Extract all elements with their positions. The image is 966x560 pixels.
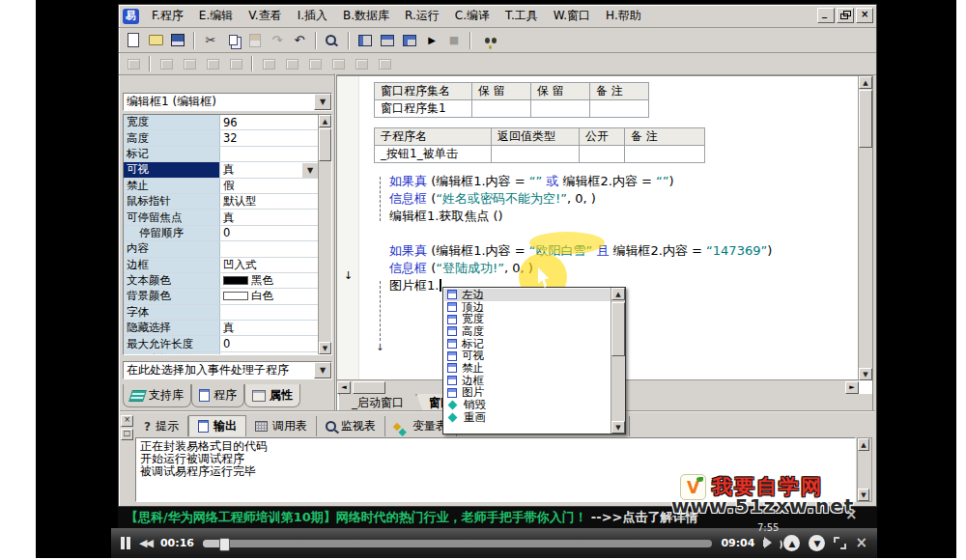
scroll-up-icon[interactable]: ▲ bbox=[858, 438, 869, 451]
layout-left-button[interactable] bbox=[355, 31, 376, 50]
property-row[interactable]: 可视真▼ bbox=[124, 162, 319, 178]
property-row[interactable]: 是否允许多行假 bbox=[124, 352, 319, 355]
scroll-up-icon[interactable]: ▲ bbox=[611, 288, 625, 300]
property-row[interactable]: 鼠标指针默认型 bbox=[124, 194, 319, 210]
table-cell[interactable] bbox=[625, 146, 705, 163]
rewind-button[interactable]: ◀◀ bbox=[139, 537, 152, 549]
scroll-down-icon[interactable]: ▼ bbox=[319, 342, 331, 354]
menu-item[interactable]: I.插入 bbox=[290, 6, 335, 26]
close-button[interactable] bbox=[856, 8, 873, 23]
space-vertical-button[interactable] bbox=[374, 55, 395, 72]
code-line[interactable]: 编辑框1.获取焦点 () bbox=[374, 208, 858, 225]
save-button[interactable] bbox=[167, 31, 188, 50]
close-player-icon[interactable]: × bbox=[855, 536, 867, 550]
event-selector[interactable]: 在此处选择加入事件处理子程序 ▼ bbox=[123, 361, 332, 379]
code-line[interactable]: 如果真 (编辑框1.内容 = “欧阳白雪” 且 编辑框2.内容 = “14736… bbox=[374, 242, 858, 260]
debug-find-button[interactable] bbox=[476, 31, 497, 50]
property-row[interactable]: 最大允许长度0 bbox=[124, 336, 319, 351]
dropdown-scrollbar[interactable]: ▲ ▼ bbox=[611, 288, 625, 434]
menu-item[interactable]: F.程序 bbox=[144, 6, 191, 26]
progress-bar[interactable] bbox=[203, 540, 712, 547]
undo-button[interactable] bbox=[289, 31, 310, 50]
same-height-button[interactable] bbox=[327, 55, 349, 72]
fullscreen-icon[interactable] bbox=[834, 537, 846, 549]
chevron-down-icon[interactable]: ▼ bbox=[314, 362, 331, 378]
table-header-cell[interactable]: 保 留 bbox=[472, 83, 531, 100]
table-header-cell[interactable]: 备 注 bbox=[625, 128, 705, 146]
table-cell[interactable] bbox=[580, 146, 625, 163]
property-row[interactable]: 背景颜色白色 bbox=[124, 289, 319, 304]
table-cell[interactable]: 窗口程序集1 bbox=[375, 100, 472, 118]
output-tab[interactable]: 监视表 bbox=[317, 416, 385, 436]
property-row[interactable]: 停留顺序0 bbox=[124, 226, 319, 241]
property-row[interactable]: 可停留焦点真 bbox=[124, 210, 319, 225]
property-row[interactable]: 边框凹入式 bbox=[124, 258, 319, 273]
table-header-cell[interactable]: 备 注 bbox=[590, 83, 649, 100]
same-width-button[interactable] bbox=[304, 55, 326, 72]
find-button[interactable] bbox=[322, 31, 343, 50]
align-bottom-button[interactable] bbox=[225, 55, 246, 72]
center-vertical-button[interactable] bbox=[281, 55, 302, 72]
menu-item[interactable]: C.编译 bbox=[447, 6, 497, 26]
open-file-button[interactable] bbox=[145, 31, 166, 50]
restore-button[interactable] bbox=[837, 8, 854, 23]
property-row[interactable]: 文本颜色黑色 bbox=[124, 273, 319, 289]
scrollbar-thumb[interactable] bbox=[319, 128, 331, 161]
site-url-text[interactable]: www.51zxw.net bbox=[671, 494, 854, 518]
copy-button[interactable] bbox=[222, 31, 243, 50]
menu-item[interactable]: W.窗口 bbox=[546, 6, 598, 26]
panel-tab-attr[interactable]: 属性 bbox=[244, 384, 300, 407]
object-selector[interactable]: 编辑框1 (编辑框) ▼ bbox=[123, 93, 332, 111]
scroll-up-icon[interactable]: ▲ bbox=[859, 76, 872, 89]
align-top-button[interactable] bbox=[202, 55, 223, 72]
table-header-cell[interactable]: 窗口程序集名 bbox=[375, 83, 472, 100]
shape-tool-button[interactable] bbox=[123, 55, 144, 72]
ad-close-icon[interactable]: × bbox=[845, 506, 858, 523]
volume-up-button[interactable]: ▲ bbox=[783, 535, 800, 551]
chevron-down-icon[interactable]: ▼ bbox=[301, 162, 319, 177]
output-scrollbar[interactable]: ▲ ▼ bbox=[857, 437, 872, 502]
align-left-button[interactable] bbox=[156, 55, 177, 72]
table-cell[interactable] bbox=[590, 100, 649, 118]
property-row[interactable]: 字体 bbox=[124, 305, 319, 321]
menu-item[interactable]: T.工具 bbox=[497, 6, 546, 26]
output-tab[interactable]: 提示 bbox=[135, 416, 188, 436]
scroll-left-icon[interactable]: ◄ bbox=[337, 381, 351, 394]
redo-button[interactable] bbox=[267, 31, 288, 50]
scroll-down-icon[interactable]: ▼ bbox=[859, 368, 872, 380]
scrollbar-thumb[interactable] bbox=[859, 90, 872, 148]
scrollbar-thumb[interactable] bbox=[353, 381, 385, 394]
stop-button[interactable] bbox=[443, 31, 465, 50]
panel-tab-prog[interactable]: 程序 bbox=[191, 384, 244, 407]
run-button[interactable] bbox=[421, 31, 442, 50]
property-row[interactable]: 高度32 bbox=[124, 130, 319, 146]
table-cell[interactable]: _按钮1_被单击 bbox=[375, 146, 492, 163]
member-list-item[interactable]: 重画 bbox=[444, 411, 611, 424]
table-header-cell[interactable]: 返回值类型 bbox=[492, 128, 580, 146]
new-file-button[interactable] bbox=[123, 31, 144, 50]
scroll-right-icon[interactable]: ► bbox=[845, 381, 859, 394]
center-horizontal-button[interactable] bbox=[258, 55, 279, 72]
table-cell[interactable] bbox=[492, 146, 580, 163]
code-line[interactable] bbox=[374, 225, 858, 242]
pause-button[interactable] bbox=[121, 537, 130, 549]
code-line[interactable]: 信息框 (“登陆成功!”, 0, ) bbox=[374, 260, 858, 277]
menu-item[interactable]: E.编辑 bbox=[191, 6, 241, 26]
float-icon[interactable]: □ bbox=[121, 429, 133, 440]
scroll-up-icon[interactable]: ▲ bbox=[319, 115, 331, 127]
property-row[interactable]: 标记 bbox=[124, 147, 319, 162]
menu-item[interactable]: H.帮助 bbox=[598, 6, 649, 26]
align-right-button[interactable] bbox=[179, 55, 200, 72]
layout-top-button[interactable] bbox=[377, 31, 398, 50]
menu-item[interactable]: R.运行 bbox=[397, 6, 447, 26]
layout-split-button[interactable] bbox=[399, 31, 420, 50]
menu-item[interactable]: V.查看 bbox=[241, 6, 289, 26]
scroll-down-icon[interactable]: ▼ bbox=[611, 421, 625, 434]
table-header-cell[interactable]: 保 留 bbox=[531, 83, 590, 100]
table-header-cell[interactable]: 子程序名 bbox=[375, 128, 492, 146]
volume-down-button[interactable]: ▼ bbox=[809, 535, 825, 551]
scroll-down-icon[interactable]: ▼ bbox=[858, 489, 869, 501]
menu-item[interactable]: B.数据库 bbox=[335, 6, 397, 26]
progress-handle[interactable] bbox=[219, 538, 230, 551]
property-grid-scrollbar[interactable]: ▲ ▼ bbox=[318, 115, 331, 354]
